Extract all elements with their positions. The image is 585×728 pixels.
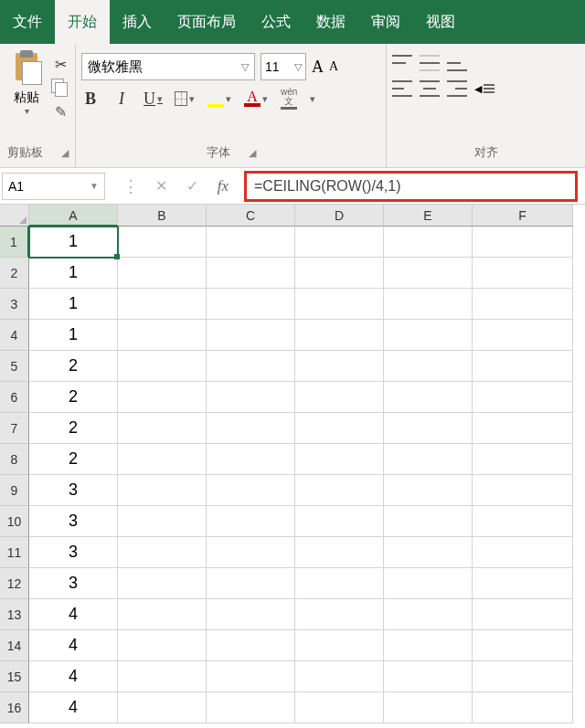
cell[interactable] <box>295 475 384 506</box>
cell[interactable]: 1 <box>29 227 118 258</box>
cell[interactable] <box>473 692 573 723</box>
cell[interactable] <box>473 568 573 599</box>
cell[interactable] <box>384 320 473 351</box>
cell[interactable]: 4 <box>29 661 118 692</box>
cell[interactable] <box>384 537 473 568</box>
cell[interactable] <box>295 599 384 630</box>
cell[interactable] <box>384 444 473 475</box>
align-right-icon[interactable] <box>447 80 467 97</box>
cell[interactable] <box>207 475 295 506</box>
cell[interactable] <box>118 444 207 475</box>
row-header[interactable]: 5 <box>0 351 29 382</box>
cell[interactable] <box>384 568 473 599</box>
cell[interactable]: 3 <box>29 537 118 568</box>
cell[interactable] <box>207 382 295 413</box>
cell[interactable] <box>473 599 573 630</box>
font-size-select[interactable]: 11 ▽ <box>261 53 306 80</box>
cell[interactable] <box>295 506 384 537</box>
align-middle-icon[interactable] <box>420 55 440 71</box>
row-header[interactable]: 7 <box>0 413 29 444</box>
col-header-a[interactable]: A <box>29 205 118 227</box>
cut-icon[interactable]: ✂ <box>51 55 69 73</box>
cell[interactable] <box>295 227 384 258</box>
cell[interactable]: 1 <box>29 289 118 320</box>
insert-function-icon[interactable]: fx <box>207 173 239 200</box>
cell[interactable] <box>207 692 295 723</box>
cell[interactable] <box>295 692 384 723</box>
cell[interactable] <box>384 382 473 413</box>
cell[interactable] <box>473 475 573 506</box>
italic-button[interactable]: I <box>112 90 131 109</box>
font-color-button[interactable]: A ▾ <box>244 90 268 107</box>
row-header[interactable]: 3 <box>0 289 29 320</box>
cell[interactable]: 2 <box>29 382 118 413</box>
cell[interactable] <box>295 568 384 599</box>
cell[interactable] <box>384 351 473 382</box>
cell[interactable]: 3 <box>29 568 118 599</box>
align-top-icon[interactable] <box>392 55 412 71</box>
dialog-launcher-icon[interactable]: ◢ <box>249 147 256 159</box>
cell[interactable]: 1 <box>29 320 118 351</box>
tab-layout[interactable]: 页面布局 <box>165 0 249 44</box>
cell[interactable] <box>473 227 573 258</box>
cell[interactable] <box>384 661 473 692</box>
decrease-indent-icon[interactable]: ◀ <box>474 80 495 97</box>
formula-input[interactable]: =CEILING(ROW()/4,1) <box>244 171 578 202</box>
cell[interactable] <box>295 382 384 413</box>
cell[interactable] <box>118 258 207 289</box>
cell[interactable] <box>118 413 207 444</box>
row-header[interactable]: 8 <box>0 444 29 475</box>
row-header[interactable]: 12 <box>0 568 29 599</box>
phonetic-guide-button[interactable]: wén 文 <box>281 88 297 110</box>
tab-home[interactable]: 开始 <box>55 0 110 44</box>
cell[interactable] <box>295 413 384 444</box>
cell[interactable]: 4 <box>29 692 118 723</box>
cell[interactable] <box>295 289 384 320</box>
cell[interactable] <box>118 320 207 351</box>
cell[interactable] <box>118 630 207 661</box>
font-name-select[interactable]: 微软雅黑 ▽ <box>81 53 255 80</box>
row-header[interactable]: 15 <box>0 661 29 692</box>
cell[interactable] <box>207 506 295 537</box>
row-header[interactable]: 4 <box>0 320 29 351</box>
cell[interactable] <box>207 258 295 289</box>
bold-button[interactable]: B <box>81 90 100 109</box>
cell[interactable] <box>473 382 573 413</box>
fill-color-button[interactable]: ▾ <box>207 90 231 108</box>
row-header[interactable]: 14 <box>0 630 29 661</box>
cell[interactable] <box>118 227 207 258</box>
cell[interactable] <box>473 289 573 320</box>
cell[interactable] <box>207 320 295 351</box>
cell[interactable] <box>384 475 473 506</box>
cell[interactable] <box>473 506 573 537</box>
cell[interactable] <box>118 351 207 382</box>
cell[interactable]: 4 <box>29 630 118 661</box>
cell[interactable] <box>118 382 207 413</box>
cell[interactable] <box>384 413 473 444</box>
cell[interactable] <box>207 630 295 661</box>
align-left-icon[interactable] <box>392 80 412 97</box>
paste-button[interactable]: 粘贴 ▾ <box>5 47 48 116</box>
cell[interactable] <box>384 506 473 537</box>
row-header[interactable]: 2 <box>0 258 29 289</box>
cancel-formula-icon[interactable]: ✕ <box>145 173 176 200</box>
cell[interactable] <box>207 227 295 258</box>
tab-insert[interactable]: 插入 <box>110 0 165 44</box>
col-header-e[interactable]: E <box>384 205 473 227</box>
select-all-corner[interactable] <box>0 205 29 227</box>
row-header[interactable]: 1 <box>0 227 29 258</box>
cell[interactable] <box>384 289 473 320</box>
copy-icon[interactable] <box>51 79 69 97</box>
cell[interactable]: 3 <box>29 475 118 506</box>
cell[interactable]: 4 <box>29 599 118 630</box>
tab-view[interactable]: 视图 <box>413 0 468 44</box>
tab-formulas[interactable]: 公式 <box>249 0 303 44</box>
row-header[interactable]: 11 <box>0 537 29 568</box>
col-header-d[interactable]: D <box>295 205 384 227</box>
col-header-c[interactable]: C <box>207 205 295 227</box>
underline-button[interactable]: U▾ <box>144 90 162 109</box>
col-header-f[interactable]: F <box>473 205 573 227</box>
cell[interactable] <box>473 351 573 382</box>
col-header-b[interactable]: B <box>118 205 207 227</box>
cell[interactable] <box>473 320 573 351</box>
